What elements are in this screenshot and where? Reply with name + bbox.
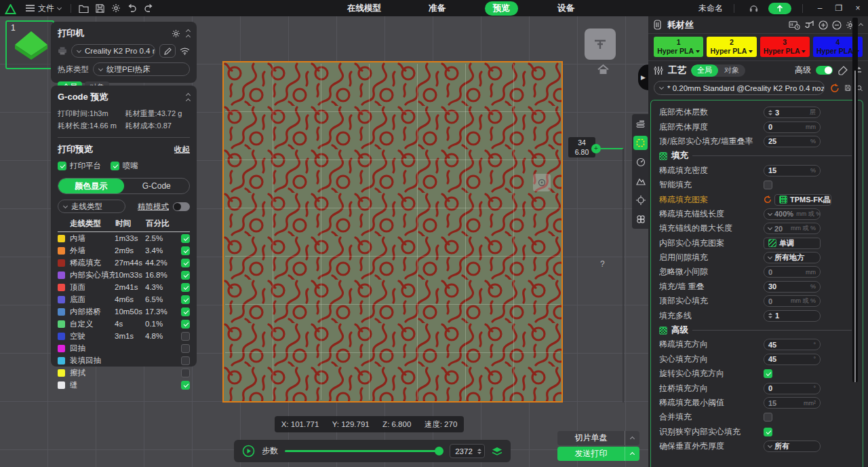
setting-checkbox[interactable] bbox=[764, 181, 772, 189]
setting-input[interactable]: 15% bbox=[764, 165, 821, 176]
line-type-view-icon[interactable] bbox=[633, 136, 648, 150]
process-preset-dropdown[interactable]: * 0.20mm Standard @Creality K2 Pro 0.4 n… bbox=[654, 81, 825, 95]
ams-history-icon[interactable] bbox=[789, 20, 800, 30]
filament-feed-icon[interactable] bbox=[804, 20, 814, 30]
collapse-panel-icon[interactable] bbox=[186, 92, 190, 102]
tab-gcode[interactable]: G-Code bbox=[124, 179, 190, 193]
setting-spinner[interactable]: 1 bbox=[764, 310, 821, 322]
save-button[interactable] bbox=[92, 1, 108, 15]
collapse-link[interactable]: 收起 bbox=[174, 145, 190, 155]
setting-checkbox[interactable] bbox=[764, 428, 772, 436]
tab-device[interactable]: 设备 bbox=[549, 1, 583, 16]
settings-scrollbar-thumb[interactable] bbox=[854, 71, 856, 382]
line-visibility-checkbox[interactable] bbox=[181, 332, 190, 341]
advanced-toggle[interactable] bbox=[816, 66, 833, 75]
layer-slider-handle[interactable]: + bbox=[591, 144, 601, 153]
paint-brush-icon[interactable] bbox=[837, 66, 848, 75]
3d-viewport[interactable]: 1 ? 34 6.80 + bbox=[0, 16, 648, 467]
preview-option-0[interactable]: 打印平台 bbox=[58, 161, 101, 171]
settings-gear-button[interactable] bbox=[108, 1, 124, 15]
line-visibility-checkbox[interactable] bbox=[181, 271, 190, 280]
line-visibility-checkbox[interactable] bbox=[181, 381, 190, 390]
slice-options-chevron[interactable] bbox=[625, 431, 639, 445]
save-preset-icon[interactable] bbox=[845, 83, 851, 92]
speed-view-icon[interactable] bbox=[633, 155, 648, 169]
tab-online-models[interactable]: 在线模型 bbox=[339, 1, 389, 16]
filament-slot-2[interactable]: 2Hyper PLA bbox=[707, 37, 756, 57]
remove-filament-icon[interactable] bbox=[832, 20, 842, 30]
setting-spinner[interactable]: 3层 bbox=[764, 107, 821, 118]
setting-input[interactable]: 0mm bbox=[764, 122, 821, 133]
temperature-target-icon[interactable] bbox=[633, 193, 648, 207]
undo-button[interactable] bbox=[124, 1, 140, 15]
flow-view-icon[interactable] bbox=[633, 212, 648, 226]
add-filament-icon[interactable] bbox=[818, 20, 828, 30]
line-type-filter-dropdown[interactable]: 走线类型 bbox=[58, 200, 125, 213]
layers-list-icon[interactable] bbox=[633, 117, 648, 131]
setting-input[interactable]: 25% bbox=[764, 136, 821, 147]
simple-mode-toggle[interactable] bbox=[173, 202, 190, 211]
setting-input[interactable]: 0° bbox=[764, 383, 821, 394]
filament-slot-3[interactable]: 3Hyper PLA bbox=[760, 37, 810, 57]
line-visibility-checkbox[interactable] bbox=[181, 307, 190, 316]
step-slider[interactable] bbox=[285, 450, 443, 452]
minimize-button[interactable]: – bbox=[814, 3, 826, 13]
line-visibility-checkbox[interactable] bbox=[181, 320, 190, 329]
file-menu[interactable]: 文件 bbox=[20, 3, 66, 14]
filament-slot-1[interactable]: 1Hyper PLA bbox=[654, 37, 703, 57]
setting-pattern-button[interactable]: TPMS-FK晶... bbox=[774, 194, 831, 206]
layer-mode-icon[interactable] bbox=[492, 447, 502, 455]
sliced-model-preview[interactable] bbox=[222, 61, 563, 403]
setting-dropdown[interactable]: 20mm 或 % bbox=[764, 223, 821, 234]
process-scope-object[interactable]: 对象 bbox=[718, 64, 745, 77]
line-visibility-checkbox[interactable] bbox=[181, 246, 190, 255]
close-button[interactable]: × bbox=[852, 3, 864, 13]
layer-slider-track[interactable] bbox=[623, 149, 624, 403]
printer-select-dropdown[interactable]: Creality K2 Pro 0.4 nozzle bbox=[71, 44, 155, 58]
edit-printer-button[interactable] bbox=[159, 44, 176, 58]
reset-preset-icon[interactable] bbox=[830, 83, 840, 93]
setting-checkbox[interactable] bbox=[764, 369, 772, 378]
plate-thumbnail-1[interactable]: 1 bbox=[5, 20, 54, 69]
setting-input[interactable]: 45° bbox=[764, 354, 821, 365]
line-visibility-checkbox[interactable] bbox=[181, 344, 190, 353]
open-folder-button[interactable] bbox=[75, 1, 92, 15]
support-headset-icon[interactable] bbox=[745, 1, 762, 15]
tab-preview[interactable]: 预览 bbox=[485, 1, 518, 16]
setting-input[interactable]: 30% bbox=[764, 281, 821, 293]
setting-dropdown[interactable]: 400%mm 或 % bbox=[764, 208, 821, 220]
spinner-arrows[interactable] bbox=[768, 110, 772, 115]
setting-pattern-button[interactable]: 单调 bbox=[764, 238, 821, 249]
send-print-button[interactable]: 发送打印 bbox=[557, 447, 639, 461]
collapse-panel-icon[interactable] bbox=[186, 29, 190, 39]
upload-cloud-button[interactable] bbox=[768, 3, 791, 14]
help-icon[interactable]: ? bbox=[600, 259, 605, 269]
snapshot-target-button[interactable] bbox=[533, 174, 551, 191]
mountain-view-icon[interactable] bbox=[633, 174, 648, 188]
step-slider-handle[interactable] bbox=[435, 447, 443, 455]
checkbox[interactable] bbox=[111, 162, 119, 170]
checkbox[interactable] bbox=[58, 162, 66, 170]
home-view-button[interactable] bbox=[597, 64, 610, 77]
reset-setting-icon[interactable] bbox=[764, 195, 772, 204]
line-visibility-checkbox[interactable] bbox=[181, 295, 190, 304]
redo-button[interactable] bbox=[140, 1, 157, 15]
setting-checkbox[interactable] bbox=[764, 413, 772, 422]
line-visibility-checkbox[interactable] bbox=[181, 234, 190, 243]
spinner-arrows[interactable] bbox=[768, 313, 772, 318]
printer-settings-gear-icon[interactable] bbox=[172, 29, 180, 38]
collapse-filament-icon[interactable] bbox=[859, 22, 863, 27]
line-visibility-checkbox[interactable] bbox=[181, 259, 190, 267]
setting-input[interactable]: 15mm² bbox=[764, 397, 821, 409]
send-options-chevron[interactable] bbox=[625, 447, 639, 461]
view-orientation-gizmo[interactable] bbox=[585, 29, 616, 60]
line-visibility-checkbox[interactable] bbox=[181, 283, 190, 292]
step-value-input[interactable] bbox=[453, 447, 475, 455]
bed-type-dropdown[interactable]: 纹理PEI热床 bbox=[93, 62, 190, 76]
right-panel-collapse-handle[interactable]: ▶ bbox=[638, 64, 648, 90]
maximize-button[interactable]: ❐ bbox=[833, 3, 845, 13]
line-visibility-checkbox[interactable] bbox=[181, 356, 190, 365]
slice-plate-button[interactable]: 切片单盘 bbox=[557, 431, 639, 445]
setting-input[interactable]: 0mm 或 % bbox=[764, 295, 821, 307]
tab-color-display[interactable]: 颜色显示 bbox=[58, 179, 124, 193]
